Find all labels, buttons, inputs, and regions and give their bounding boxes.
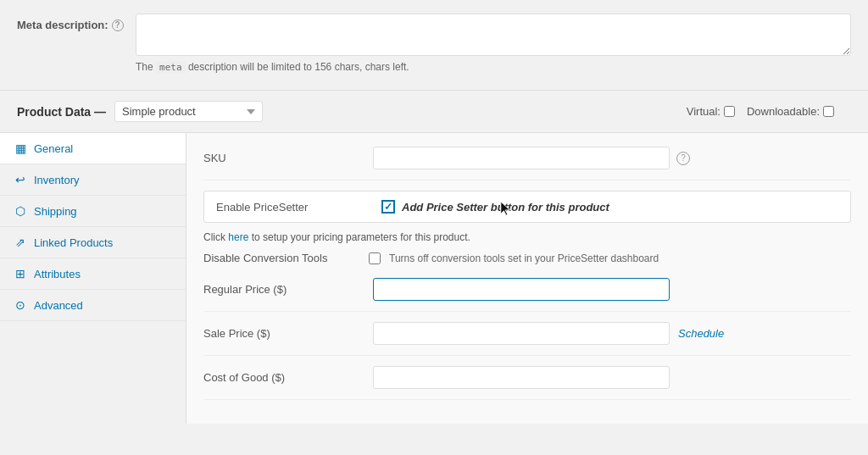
product-data-title: Product Data — [17,105,106,119]
virtual-label-text: Virtual: [687,105,721,118]
sale-price-input[interactable] [373,322,670,345]
sidebar-item-attributes[interactable]: ⊞ Attributes [0,258,186,290]
sidebar-item-general[interactable]: ▦ General [0,133,186,164]
shipping-icon: ⬡ [14,204,27,218]
inventory-icon: ↩ [14,173,27,186]
sku-input[interactable] [373,147,670,169]
attributes-icon: ⊞ [14,267,27,280]
advanced-icon: ⊙ [14,298,27,312]
meta-hint-pre: The [136,61,153,73]
sidebar-item-shipping[interactable]: ⬡ Shipping [0,196,186,227]
sidebar-item-inventory-label: Inventory [34,174,79,186]
meta-hint-rest: description will be limited to 156 chars… [188,61,409,73]
meta-help-icon[interactable]: ? [112,19,124,31]
product-data-section: Product Data — Simple product Variable p… [0,91,868,424]
virtual-label[interactable]: Virtual: [687,105,735,118]
downloadable-checkbox[interactable] [823,106,834,117]
meta-row: Meta description: ? [17,14,851,56]
pricesetter-checkbox-area: Add Price Setter button for this product [381,200,609,214]
pricesetter-label: Enable PriceSetter [216,201,373,214]
click-hint: Click here to setup your pricing paramet… [203,231,851,243]
sku-help-icon[interactable]: ? [676,152,690,165]
click-here-link[interactable]: here [228,231,248,243]
pricesetter-checkbox-text: Add Price Setter button for this product [402,201,609,214]
sidebar-item-attributes-label: Attributes [34,268,81,280]
meta-textarea[interactable] [136,14,851,56]
regular-price-input[interactable] [373,278,670,301]
virtual-checkbox[interactable] [724,106,735,117]
meta-section: Meta description: ? The meta description… [0,0,868,91]
cost-input[interactable] [373,366,670,389]
content-area: SKU ? Enable PriceSetter Add Price Sette… [186,133,868,424]
sku-label: SKU [203,152,373,164]
disable-label: Disable Conversion Tools [203,252,360,264]
sidebar-item-linked-products[interactable]: ⇗ Linked Products [0,227,186,258]
sidebar-item-linked-products-label: Linked Products [34,236,113,249]
virtual-downloadable-area: Virtual: Downloadable: [687,105,834,118]
meta-label-text: Meta description: [17,19,108,31]
linked-products-icon: ⇗ [14,236,27,249]
page-wrapper: Meta description: ? The meta description… [0,0,868,455]
cost-label: Cost of Good ($) [203,371,373,384]
pricesetter-checkbox[interactable] [381,200,395,214]
meta-hint-code: meta [156,61,186,74]
sidebar-item-advanced[interactable]: ⊙ Advanced [0,290,186,321]
sku-row: SKU ? [203,147,851,180]
sidebar-item-shipping-label: Shipping [34,205,77,218]
downloadable-label[interactable]: Downloadable: [747,105,834,118]
schedule-link[interactable]: Schedule [678,327,724,340]
click-hint-post: to setup your pricing parameters for thi… [248,231,470,243]
sale-price-row: Sale Price ($) Schedule [203,322,851,356]
sidebar-item-general-label: General [34,142,73,155]
sale-price-label: Sale Price ($) [203,327,373,340]
sidebar: ▦ General ↩ Inventory ⬡ Shipping ⇗ Linke… [0,133,186,424]
downloadable-label-text: Downloadable: [747,105,820,118]
regular-price-label: Regular Price ($) [203,283,373,296]
click-hint-pre: Click [203,231,228,243]
cost-row: Cost of Good ($) [203,366,851,400]
disable-row: Disable Conversion Tools Turns off conve… [203,252,851,264]
meta-label: Meta description: ? [17,14,127,31]
product-data-header: Product Data — Simple product Variable p… [0,91,868,133]
disable-hint: Turns off conversion tools set in your P… [389,252,659,264]
regular-price-row: Regular Price ($) [203,278,851,312]
sidebar-item-inventory[interactable]: ↩ Inventory [0,164,186,196]
general-icon: ▦ [14,141,27,155]
product-type-select[interactable]: Simple product Variable product Grouped … [114,101,263,122]
pricesetter-box: Enable PriceSetter Add Price Setter butt… [203,191,851,223]
meta-hint: The meta description will be limited to … [136,61,851,73]
product-data-body: ▦ General ↩ Inventory ⬡ Shipping ⇗ Linke… [0,133,868,424]
sidebar-item-advanced-label: Advanced [34,299,83,312]
disable-checkbox[interactable] [369,252,381,264]
